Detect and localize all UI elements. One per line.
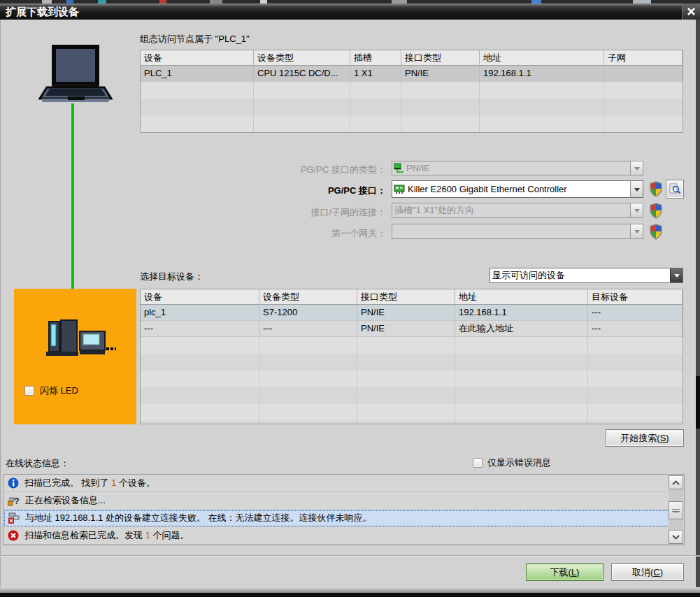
search-magnifier-icon (669, 183, 681, 195)
network-adapter-icon (394, 184, 406, 194)
background-app-bottom (0, 593, 700, 597)
pgpc-type-dropdown: PN/IE (392, 161, 643, 175)
only-errors-checkbox[interactable] (473, 458, 483, 468)
scroll-down-button[interactable] (669, 530, 683, 544)
pgpc-interface-dropdown[interactable]: Killer E2600 Gigabit Ethernet Controller (392, 180, 643, 198)
subnet-connection-dropdown: 插槽"1 X1"处的方向 (392, 203, 643, 218)
scroll-thumb[interactable] (669, 501, 683, 519)
shield-icon (649, 203, 663, 219)
plc-device-icon (43, 319, 116, 359)
flash-led-checkbox[interactable] (24, 386, 34, 396)
column-header[interactable]: 设备类型 (254, 50, 350, 66)
target-devices-table: 设备 设备类型 接口类型 地址 目标设备 plc_1 S7-1200 PN/IE… (140, 289, 683, 424)
error-icon (8, 530, 19, 541)
cell-device: --- (141, 321, 259, 337)
cell-address-input[interactable]: 在此输入地址 (455, 321, 588, 337)
cell-address: 192.168.1.1 (480, 66, 604, 82)
only-errors-option[interactable]: 仅显示错误消息 (473, 456, 551, 469)
subnet-connection-label: 接口/子网的连接： (245, 206, 386, 219)
pgpc-interface-value: Killer E2600 Gigabit Ethernet Controller (406, 184, 630, 194)
message-scrollbar[interactable] (669, 475, 683, 544)
close-button[interactable] (682, 3, 700, 20)
cell-target-device: --- (588, 305, 683, 321)
cell-device: plc_1 (141, 305, 259, 321)
status-message[interactable]: 扫描和信息检索已完成。发现 1 个问题。 (3, 527, 684, 545)
flash-led-option[interactable]: 闪烁 LED (24, 384, 78, 397)
button-label: 下载( (550, 566, 571, 579)
download-button[interactable]: 下载(L) (526, 563, 603, 581)
scroll-up-button[interactable] (669, 475, 683, 489)
online-status-label: 在线状态信息： (6, 457, 69, 470)
cell-device-type: --- (259, 321, 357, 337)
browse-interfaces-button[interactable] (666, 180, 684, 199)
table-row[interactable]: --- --- PN/IE 在此输入地址 --- (141, 321, 683, 337)
footer-divider (0, 555, 700, 556)
column-header[interactable]: 接口类型 (357, 289, 455, 305)
cell-device: PLC_1 (141, 66, 254, 82)
empty-rows (141, 337, 683, 424)
button-label: 取消( (632, 566, 653, 579)
table-row[interactable]: plc_1 S7-1200 PN/IE 192.168.1.1 --- (141, 305, 683, 321)
cell-device-type: CPU 1215C DC/D... (254, 66, 350, 82)
pgpc-type-value: PN/IE (404, 163, 630, 173)
dropdown-arrow-button (630, 224, 643, 238)
shield-icon (649, 181, 663, 197)
device-filter-value: 显示可访问的设备 (490, 269, 670, 282)
dropdown-arrow-button[interactable] (630, 181, 643, 197)
status-message[interactable]: 扫描已完成。 找到了 1 个设备。 (3, 475, 684, 492)
configured-nodes-table: 设备 设备类型 插槽 接口类型 地址 子网 PLC_1 CPU 1215C DC… (140, 50, 683, 133)
cell-address: 192.168.1.1 (455, 305, 588, 321)
cancel-button[interactable]: 取消(C) (611, 563, 684, 581)
configured-nodes-caption: 组态访问节点属于 "PLC_1" (140, 33, 250, 45)
column-header[interactable]: 子网 (604, 50, 683, 66)
dialog-bottom-edge (0, 587, 700, 593)
dropdown-arrow-button[interactable] (670, 268, 683, 282)
pnie-network-icon (394, 163, 404, 173)
empty-rows (141, 82, 683, 132)
column-header[interactable]: 地址 (455, 289, 588, 305)
background-app-edge (696, 20, 700, 597)
column-header[interactable]: 设备类型 (259, 289, 357, 305)
chevron-down-icon (672, 535, 680, 540)
status-message-selected[interactable]: 与地址 192.168.1.1 处的设备建立连接失败。 在线：无法建立连接。连接… (3, 510, 684, 527)
cell-interface-type: PN/IE (357, 305, 455, 321)
dialog-title-bar: 扩展下载到设备 (0, 3, 700, 20)
pgpc-type-label: PG/PC 接口的类型： (245, 164, 386, 176)
subnet-connection-value: 插槽"1 X1"处的方向 (392, 204, 630, 217)
only-errors-label: 仅显示错误消息 (487, 456, 551, 469)
table-header-row: 设备 设备类型 接口类型 地址 目标设备 (141, 289, 683, 305)
cell-slot: 1 X1 (350, 66, 401, 82)
dropdown-arrow-button (630, 161, 643, 175)
button-label: 开始搜索( (620, 432, 659, 445)
retrieving-info-icon: ? (8, 495, 20, 506)
cell-device-type: S7-1200 (259, 305, 357, 321)
connection-failed-icon (8, 512, 20, 524)
status-message-list: 扫描已完成。 找到了 1 个设备。 ? 正在检索设备信息... 与地址 192.… (3, 474, 685, 545)
pgpc-interface-label: PG/PC 接口： (245, 185, 386, 197)
column-header[interactable]: 目标设备 (588, 289, 683, 305)
target-device-panel: 闪烁 LED (14, 289, 136, 424)
first-gateway-dropdown (392, 224, 643, 239)
cell-interface-type: PN/IE (401, 66, 480, 82)
column-header[interactable]: 设备 (141, 289, 259, 305)
flash-led-label: 闪烁 LED (40, 384, 78, 397)
first-gateway-label: 第一个网关： (245, 227, 386, 240)
close-icon (687, 7, 696, 16)
info-icon (8, 477, 19, 489)
table-header-row: 设备 设备类型 插槽 接口类型 地址 子网 (141, 50, 683, 66)
chevron-up-icon (672, 480, 680, 485)
shield-icon (649, 224, 663, 240)
cell-interface-type: PN/IE (357, 321, 455, 337)
column-header[interactable]: 接口类型 (401, 50, 480, 66)
start-search-button[interactable]: 开始搜索(S) (606, 429, 684, 447)
cell-target-device: --- (588, 321, 683, 337)
column-header[interactable]: 地址 (480, 50, 604, 66)
status-message[interactable]: ? 正在检索设备信息... (3, 492, 684, 510)
table-row[interactable]: PLC_1 CPU 1215C DC/D... 1 X1 PN/IE 192.1… (141, 66, 683, 82)
column-header[interactable]: 设备 (141, 50, 254, 66)
column-header[interactable]: 插槽 (350, 50, 401, 66)
cell-subnet (604, 66, 683, 82)
device-filter-dropdown[interactable]: 显示可访问的设备 (490, 268, 683, 283)
pg-laptop-icon (38, 45, 113, 105)
connection-cable-line (71, 103, 74, 311)
